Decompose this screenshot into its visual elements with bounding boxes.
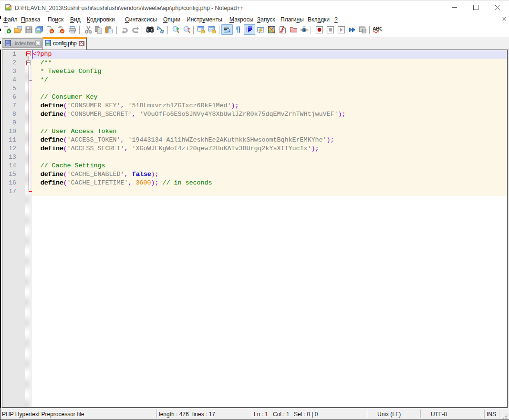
svg-text:b: b <box>157 26 160 31</box>
svg-text:ƒ: ƒ <box>281 26 285 33</box>
svg-text:ABC: ABC <box>373 26 382 31</box>
